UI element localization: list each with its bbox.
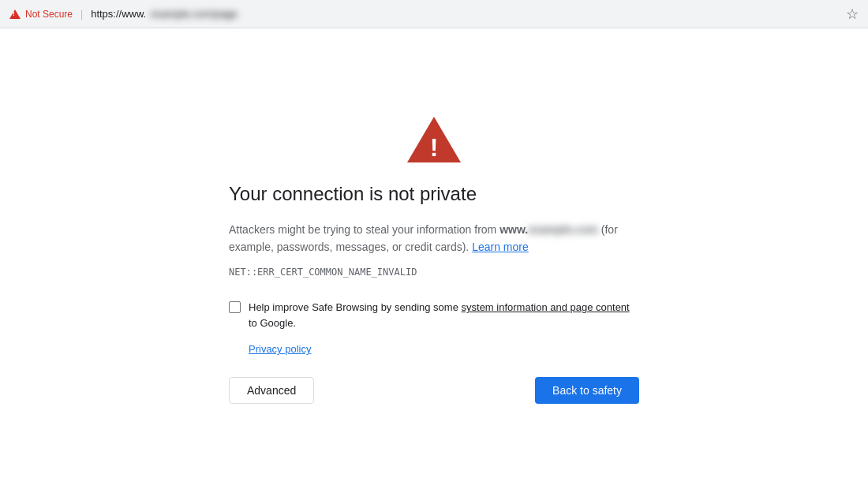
domain-prefix: www. xyxy=(499,223,528,236)
bookmark-star-icon[interactable]: ☆ xyxy=(846,6,859,23)
safe-browsing-text2: to Google. xyxy=(249,317,296,329)
url-prefix: https://www. xyxy=(91,8,146,20)
warning-triangle-icon: ! xyxy=(406,114,462,164)
error-title: Your connection is not private xyxy=(229,183,639,205)
advanced-button[interactable]: Advanced xyxy=(229,377,314,404)
address-bar: Not Secure | https://www. example.com/pa… xyxy=(0,0,868,28)
error-description: Attackers might be trying to steal your … xyxy=(229,221,639,256)
safe-browsing-section: Help improve Safe Browsing by sending so… xyxy=(229,300,639,330)
not-secure-label: Not Secure xyxy=(25,9,73,20)
safe-browsing-link[interactable]: system information and page content xyxy=(462,301,630,313)
svg-text:!: ! xyxy=(430,133,439,162)
safe-browsing-checkbox[interactable] xyxy=(229,301,241,313)
learn-more-link[interactable]: Learn more xyxy=(472,241,529,253)
warning-icon xyxy=(9,9,21,19)
url-blurred: example.com/page xyxy=(151,8,238,20)
back-to-safety-button[interactable]: Back to safety xyxy=(535,377,639,404)
address-bar-left: Not Secure | https://www. example.com/pa… xyxy=(9,8,238,20)
privacy-policy-link[interactable]: Privacy policy xyxy=(249,343,311,355)
description-part1: Attackers might be trying to steal your … xyxy=(229,223,499,236)
safe-browsing-text1: Help improve Safe Browsing by sending so… xyxy=(249,301,462,313)
separator: | xyxy=(80,9,83,20)
error-content: ! Your connection is not private Attacke… xyxy=(229,114,639,405)
button-row: Advanced Back to safety xyxy=(229,377,639,404)
error-page: ! Your connection is not private Attacke… xyxy=(0,28,868,489)
error-code: NET::ERR_CERT_COMMON_NAME_INVALID xyxy=(229,267,417,278)
domain-blurred: example.com xyxy=(528,223,598,236)
safe-browsing-text: Help improve Safe Browsing by sending so… xyxy=(249,300,639,330)
